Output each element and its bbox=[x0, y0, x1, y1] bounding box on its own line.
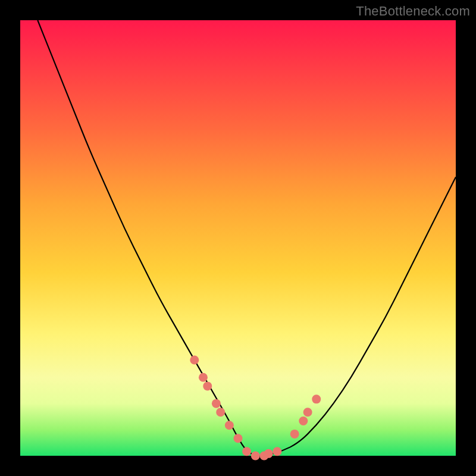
chart-svg bbox=[20, 20, 456, 456]
marker-dot bbox=[242, 447, 251, 456]
marker-dot bbox=[203, 381, 212, 390]
marker-dot bbox=[234, 434, 243, 443]
bottleneck-curve bbox=[37, 20, 456, 456]
marker-dot bbox=[199, 373, 208, 382]
marker-dot bbox=[212, 399, 221, 408]
marker-dot bbox=[312, 394, 321, 403]
marker-dot bbox=[264, 449, 273, 458]
marker-dot bbox=[225, 421, 234, 430]
marker-dot bbox=[190, 355, 199, 364]
marker-group bbox=[190, 355, 321, 460]
marker-dot bbox=[303, 408, 312, 416]
marker-dot bbox=[299, 416, 308, 425]
watermark-text: TheBottleneck.com bbox=[356, 4, 470, 19]
plot-area bbox=[20, 20, 456, 456]
chart-frame: TheBottleneck.com bbox=[0, 0, 476, 476]
marker-dot bbox=[273, 447, 281, 456]
marker-dot bbox=[216, 408, 225, 416]
marker-dot bbox=[251, 452, 260, 461]
marker-dot bbox=[290, 430, 299, 439]
